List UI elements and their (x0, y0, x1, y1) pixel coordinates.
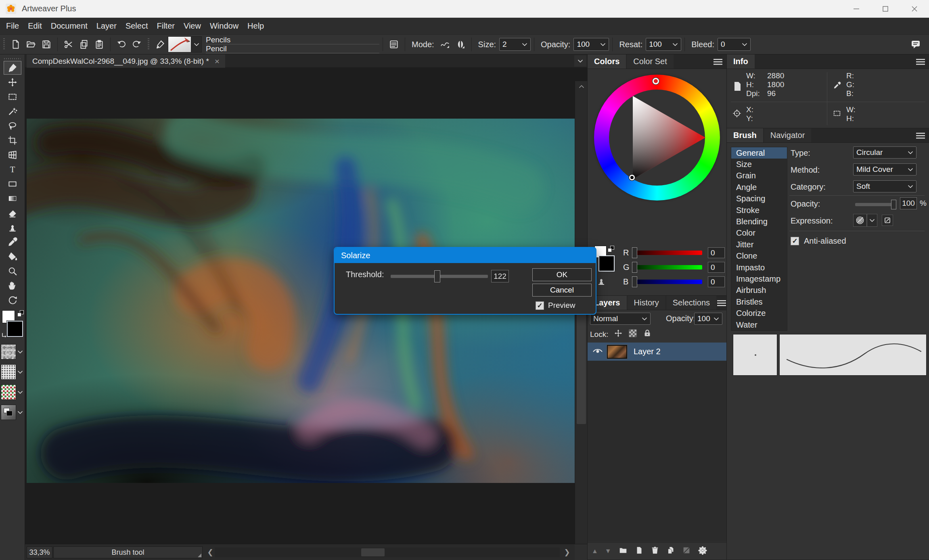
document-tab[interactable]: CompDeskWalCol-2968__049.jpg @ 33,3% (8-… (27, 54, 225, 68)
hand-tool[interactable] (4, 279, 21, 293)
move-tool[interactable] (4, 75, 21, 89)
brush-picker-dropdown[interactable] (191, 36, 202, 52)
perspective-tool[interactable] (4, 148, 21, 162)
tab-brush[interactable]: Brush (727, 128, 763, 142)
maximize-button[interactable] (871, 0, 900, 17)
brush-list-item-bristles[interactable]: Bristles (731, 296, 787, 307)
cut-icon[interactable] (61, 37, 76, 52)
size-select[interactable]: 2 (499, 38, 531, 51)
delete-layer-icon[interactable] (651, 546, 659, 557)
threshold-slider[interactable] (391, 270, 488, 282)
horizontal-scrollbar[interactable] (215, 547, 560, 557)
feedback-comment-icon[interactable] (908, 37, 923, 52)
brush-list-item-water[interactable]: Water (731, 319, 787, 330)
brush-list-item-stroke[interactable]: Stroke (731, 205, 787, 216)
threshold-slider-thumb[interactable] (434, 270, 440, 282)
redo-icon[interactable] (129, 37, 144, 52)
scroll-up-icon[interactable] (575, 81, 587, 92)
status-resize-grip[interactable] (198, 554, 201, 557)
opacity-select[interactable]: 100 (573, 38, 609, 51)
marquee-select-tool[interactable] (4, 90, 21, 104)
lock-all-icon[interactable] (643, 329, 652, 340)
expression-edit-icon[interactable] (882, 215, 893, 226)
preview-option[interactable]: ✓ Preview (536, 301, 575, 310)
brush-list-item-general[interactable]: General (731, 147, 787, 159)
document-close-icon[interactable]: × (215, 58, 220, 65)
paper-texture-dropdown[interactable] (16, 344, 24, 359)
brush-list-item-jitter[interactable]: Jitter (731, 239, 787, 250)
menu-view[interactable]: View (179, 18, 205, 34)
category-select[interactable]: Soft (853, 180, 916, 192)
menu-help[interactable]: Help (243, 18, 268, 34)
brush-opacity-thumb[interactable] (891, 200, 896, 209)
gradient-dropdown[interactable] (16, 405, 24, 420)
menu-edit[interactable]: Edit (23, 18, 46, 34)
rotate-view-tool[interactable] (4, 293, 21, 307)
lasso-tool[interactable] (4, 119, 21, 133)
eraser-tool[interactable] (4, 206, 21, 220)
layer-settings-gear-icon[interactable] (698, 545, 707, 557)
layer-opacity-select[interactable]: 100 (694, 313, 722, 325)
info-panel-menu-icon[interactable] (916, 54, 929, 69)
tab-history[interactable]: History (628, 296, 665, 310)
pattern-dropdown[interactable] (16, 384, 24, 400)
tab-navigator[interactable]: Navigator (764, 128, 812, 142)
expression-target-icon[interactable] (853, 214, 867, 227)
stamp-icon[interactable] (596, 276, 606, 288)
layer-visibility-eye-icon[interactable] (592, 347, 603, 357)
brush-list-item-airbrush[interactable]: Airbrush (731, 285, 787, 296)
brush-list-item-imagestamp[interactable]: Imagestamp (731, 273, 787, 284)
sv-marker[interactable] (629, 175, 635, 180)
layer-row[interactable]: Layer 2 (588, 343, 726, 361)
new-layer-icon[interactable] (635, 546, 644, 557)
background-color-swatch[interactable] (7, 321, 23, 337)
brush-list-item-angle[interactable]: Angle (731, 182, 787, 193)
layer-down-icon[interactable]: ▼ (605, 547, 611, 555)
layer-thumbnail[interactable] (607, 345, 627, 359)
gradient-tool[interactable] (4, 192, 21, 205)
tab-colors[interactable]: Colors (588, 54, 626, 69)
fill-bucket-tool[interactable] (4, 250, 21, 263)
brush-list-item-clone[interactable]: Clone (731, 251, 787, 262)
red-slider-thumb[interactable] (632, 247, 637, 258)
layer-name[interactable]: Layer 2 (634, 347, 661, 356)
blue-slider[interactable] (633, 280, 702, 284)
green-slider-thumb[interactable] (632, 262, 637, 273)
preview-checkbox[interactable]: ✓ (536, 301, 544, 310)
tab-color-set[interactable]: Color Set (627, 54, 673, 69)
minimize-button[interactable] (842, 0, 871, 17)
paste-icon[interactable] (92, 37, 107, 52)
blue-value-field[interactable]: 0 (708, 276, 725, 287)
brush-list-item-colorize[interactable]: Colorize (731, 307, 787, 319)
toolbar-grip[interactable] (3, 38, 5, 50)
red-value-field[interactable]: 0 (708, 247, 725, 258)
lock-transparency-icon[interactable] (628, 329, 637, 340)
swap-colors-icon[interactable] (17, 310, 24, 317)
color-wheel[interactable] (594, 75, 720, 201)
horizontal-scroll-thumb[interactable] (361, 548, 385, 556)
menu-filter[interactable]: Filter (152, 18, 179, 34)
open-icon[interactable] (23, 37, 39, 52)
menu-layer[interactable]: Layer (92, 18, 121, 34)
red-slider[interactable] (633, 251, 702, 255)
tab-selections[interactable]: Selections (666, 296, 716, 310)
current-brush[interactable]: Pencils Pencil (206, 36, 379, 53)
bleed-select[interactable]: 0 (718, 38, 751, 51)
layer-mask-icon[interactable] (682, 546, 691, 557)
antialiased-option[interactable]: ✓ Anti-aliased (791, 236, 846, 246)
gradient-swatch[interactable] (1, 405, 16, 420)
menu-window[interactable]: Window (205, 18, 243, 34)
blend-mode-select[interactable]: Normal (590, 313, 651, 325)
scatter-dropdown[interactable] (16, 364, 24, 380)
brush-panel-menu-icon[interactable] (916, 128, 929, 142)
copy-icon[interactable] (76, 37, 92, 52)
reset-colors-icon[interactable] (1, 332, 7, 339)
crop-tool[interactable] (4, 134, 21, 147)
panel-swap-colors-icon[interactable] (608, 246, 614, 252)
colors-panel-menu-icon[interactable] (713, 54, 726, 69)
zoom-tool[interactable] (4, 264, 21, 278)
eyedropper-tool[interactable] (4, 235, 21, 249)
symmetry-mode-icon[interactable] (453, 37, 468, 52)
brush-list-item-size[interactable]: Size (731, 159, 787, 170)
menu-file[interactable]: File (2, 18, 23, 34)
